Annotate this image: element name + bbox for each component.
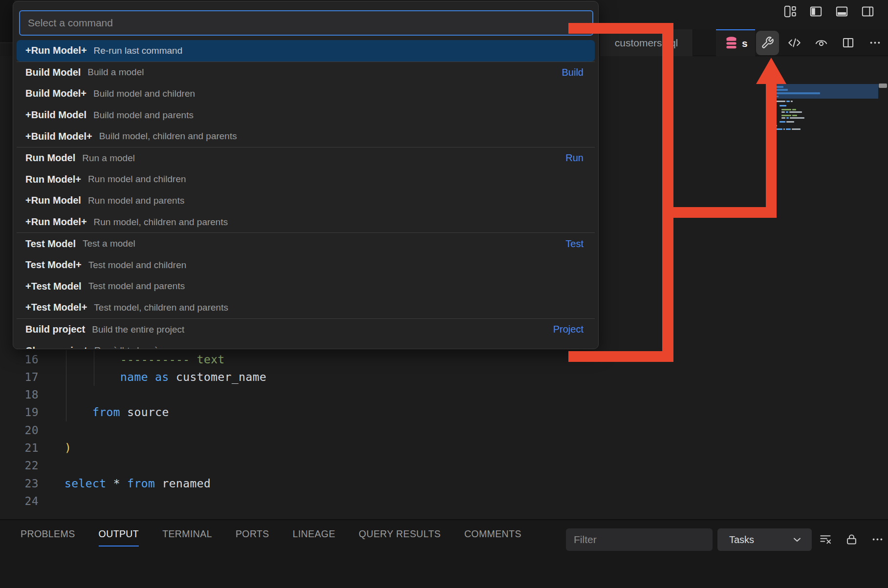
command-description: Run `dbt clean` bbox=[94, 345, 158, 349]
left-edge-strip bbox=[0, 0, 14, 43]
chevron-down-icon bbox=[791, 534, 803, 546]
command-description: Run model and children bbox=[88, 174, 186, 185]
minimap[interactable] bbox=[774, 83, 878, 137]
code-line: 18 bbox=[0, 386, 772, 404]
code-line: 17 name as customer_name bbox=[0, 368, 772, 386]
line-number: 18 bbox=[0, 388, 39, 401]
command-label: +Test Model+ bbox=[25, 302, 87, 313]
toggle-primary-sidebar-icon[interactable] bbox=[807, 3, 824, 19]
code-line: 22 bbox=[0, 457, 772, 475]
split-editor-icon[interactable] bbox=[837, 31, 860, 55]
lock-icon[interactable] bbox=[843, 531, 860, 547]
customize-layout-icon[interactable] bbox=[781, 3, 799, 19]
command-category-link[interactable]: Project bbox=[553, 324, 584, 335]
clear-output-icon[interactable] bbox=[817, 531, 834, 547]
wrench-icon[interactable] bbox=[756, 31, 779, 55]
code-icon[interactable] bbox=[783, 31, 806, 55]
window-layout-controls bbox=[781, 3, 876, 19]
arrow-segment bbox=[568, 23, 673, 34]
command-label: Test Model bbox=[25, 238, 76, 250]
command-label: +Run Model bbox=[25, 195, 81, 206]
command-description: Test a model bbox=[83, 238, 135, 249]
command-label: +Build Model bbox=[25, 109, 87, 121]
command-label: Clean project bbox=[25, 345, 87, 349]
panel-tab-output[interactable]: OUTPUT bbox=[99, 528, 139, 546]
arrow-segment bbox=[766, 81, 777, 218]
command-category-link[interactable]: Run bbox=[565, 152, 584, 164]
command-label: Run Model+ bbox=[25, 174, 81, 185]
command-palette: +Run Model+Re-run last commandBuild Mode… bbox=[13, 1, 599, 349]
command-description: Run model and parents bbox=[88, 195, 185, 206]
command-label: Build project bbox=[25, 324, 85, 335]
code-line: 24 bbox=[0, 492, 772, 510]
command-item[interactable]: +Run Model+Re-run last command bbox=[17, 40, 595, 62]
command-label: Run Model bbox=[25, 152, 75, 164]
command-category-link[interactable]: Test bbox=[565, 238, 584, 250]
command-label: +Build Model+ bbox=[25, 131, 92, 142]
arrow-segment bbox=[662, 23, 673, 362]
bottom-panel: PROBLEMSOUTPUTTERMINALPORTSLINEAGEQUERY … bbox=[0, 520, 888, 588]
preview-eye-icon[interactable] bbox=[810, 31, 833, 55]
command-label: Build Model+ bbox=[25, 88, 87, 99]
command-item[interactable]: Build ModelBuild a modelBuild bbox=[13, 62, 598, 84]
command-description: Build model and children bbox=[93, 88, 195, 99]
panel-tab-lineage[interactable]: LINEAGE bbox=[293, 528, 335, 546]
code-line: 21) bbox=[0, 439, 772, 457]
command-description: Test model, children and parents bbox=[94, 302, 228, 313]
command-description: Run a model bbox=[82, 153, 135, 164]
panel-tab-ports[interactable]: PORTS bbox=[236, 528, 269, 546]
command-item[interactable]: Build projectBuild the entire projectPro… bbox=[13, 319, 598, 340]
command-description: Build model and parents bbox=[93, 110, 194, 121]
arrow-head bbox=[756, 58, 786, 84]
command-item[interactable]: Run ModelRun a modelRun bbox=[13, 147, 598, 169]
indent-guide bbox=[94, 350, 94, 386]
panel-tab-problems[interactable]: PROBLEMS bbox=[21, 528, 75, 546]
command-label: +Run Model+ bbox=[25, 216, 87, 228]
command-label: Test Model+ bbox=[25, 259, 82, 271]
panel-tab-query-results[interactable]: QUERY RESULTS bbox=[359, 528, 441, 546]
database-icon bbox=[725, 36, 738, 50]
command-description: Build a model bbox=[87, 67, 144, 78]
panel-tab-comments[interactable]: COMMENTS bbox=[464, 528, 521, 546]
arrow-segment bbox=[568, 351, 673, 362]
command-item[interactable]: Test Model+Test model and children bbox=[13, 254, 598, 276]
code-line: 23select * from renamed bbox=[0, 474, 772, 492]
panel-tabs: PROBLEMSOUTPUTTERMINALPORTSLINEAGEQUERY … bbox=[21, 528, 521, 546]
command-description: Build the entire project bbox=[92, 324, 184, 335]
more-actions-icon[interactable] bbox=[864, 31, 887, 55]
command-item[interactable]: +Run Model+Run model, children and paren… bbox=[13, 211, 598, 233]
tasks-dropdown-label: Tasks bbox=[729, 534, 791, 546]
more-panel-actions-icon[interactable] bbox=[869, 531, 886, 547]
command-input[interactable] bbox=[19, 10, 593, 36]
line-number: 22 bbox=[0, 459, 39, 472]
command-item[interactable]: +Build Model+Build model, children and p… bbox=[13, 126, 598, 147]
toggle-panel-icon[interactable] bbox=[833, 3, 850, 19]
command-description: Run model, children and parents bbox=[94, 217, 228, 228]
command-description: Test model and parents bbox=[88, 281, 185, 292]
command-label: +Test Model bbox=[25, 281, 82, 292]
command-item[interactable]: Clean projectRun `dbt clean` bbox=[13, 340, 598, 349]
editor-scrollbar-thumb[interactable] bbox=[879, 84, 887, 88]
panel-tab-terminal[interactable]: TERMINAL bbox=[162, 528, 212, 546]
command-item[interactable]: Run Model+Run model and children bbox=[13, 169, 598, 190]
command-category-link[interactable]: Build bbox=[562, 67, 584, 78]
line-number: 24 bbox=[0, 495, 39, 507]
toggle-secondary-sidebar-icon[interactable] bbox=[859, 3, 876, 19]
tab-active-sql-file[interactable]: s bbox=[716, 29, 755, 56]
tasks-dropdown[interactable]: Tasks bbox=[717, 528, 812, 551]
command-item[interactable]: +Build ModelBuild model and parents bbox=[13, 105, 598, 126]
code-line: 19 from source bbox=[0, 403, 772, 421]
command-item[interactable]: Build Model+Build model and children bbox=[13, 83, 598, 105]
command-description: Test model and children bbox=[88, 260, 187, 271]
command-item[interactable]: Test ModelTest a modelTest bbox=[13, 233, 598, 254]
command-item[interactable]: +Test ModelTest model and parents bbox=[13, 276, 598, 297]
command-item[interactable]: +Test Model+Test model, children and par… bbox=[13, 297, 598, 318]
command-list: +Run Model+Re-run last commandBuild Mode… bbox=[13, 40, 598, 349]
command-item[interactable]: +Run ModelRun model and parents bbox=[13, 190, 598, 211]
filter-input[interactable] bbox=[566, 528, 713, 551]
arrow-segment bbox=[662, 207, 777, 218]
line-number: 23 bbox=[0, 477, 39, 490]
editor-toolbar bbox=[756, 29, 887, 56]
code-line: 20 bbox=[0, 421, 772, 439]
line-number: 20 bbox=[0, 424, 39, 437]
